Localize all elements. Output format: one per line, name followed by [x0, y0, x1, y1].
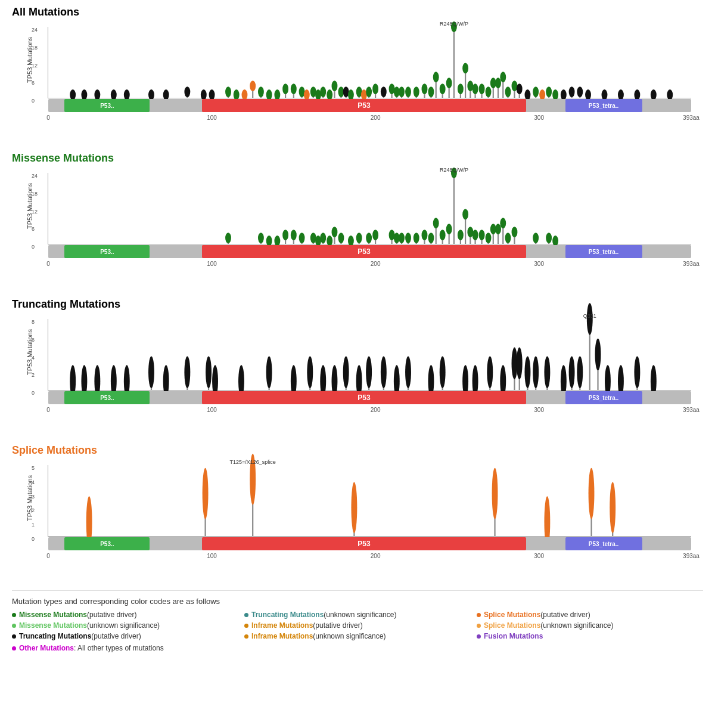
svg-point-207 [479, 230, 485, 240]
y-tick-label: 0 [32, 390, 35, 396]
legend-bold: Truncating Mutations [19, 632, 91, 640]
svg-point-197 [451, 168, 457, 178]
legend-bold: Inframe Mutations [251, 632, 313, 640]
legend-other-label: Other Mutations [19, 644, 74, 652]
legend-normal: (unknown significance) [87, 621, 160, 630]
svg-point-107 [500, 72, 506, 82]
domain-p53-tetra: P53_tetra.. [565, 537, 642, 550]
svg-point-223 [546, 233, 552, 243]
legend-bold: Truncating Mutations [251, 611, 324, 619]
y-tick-label: 2 [32, 507, 35, 513]
legend-bullet [477, 613, 481, 617]
legend-bullet [12, 634, 16, 639]
x-tick-label: 393aa [683, 553, 700, 559]
svg-point-67 [381, 86, 387, 97]
y-tick-label: 0 [32, 98, 35, 104]
lollipop-svg-all-mutations [48, 27, 691, 98]
y-axis-label-missense-mutations: TP53 Mutations [15, 167, 45, 244]
legend-bold: Fusion Mutations [484, 632, 543, 640]
legend-item: Inframe Mutations (putative driver) [244, 621, 471, 630]
y-tick-label: 2 [32, 372, 35, 378]
domain-p53-tetra: P53_tetra.. [565, 391, 642, 404]
svg-point-93 [462, 63, 468, 73]
y-tick-label: 24 [32, 27, 38, 33]
svg-point-87 [446, 78, 452, 88]
svg-point-193 [440, 230, 446, 240]
domain-p53-main: P53 [202, 537, 526, 550]
svg-point-101 [486, 86, 492, 97]
svg-point-205 [472, 230, 478, 240]
y-tick-label: 4 [32, 355, 35, 361]
x-tick-label: 300 [534, 407, 544, 413]
svg-point-187 [422, 230, 428, 240]
svg-point-37 [291, 83, 297, 94]
legend-title: Mutation types and corresponding color c… [12, 597, 703, 606]
x-tick-label: 300 [534, 114, 544, 121]
x-tick-label: 200 [371, 261, 381, 267]
domain-p53-small: P53.. [64, 99, 150, 112]
legend-other-text: : All other types of mutations [74, 644, 164, 652]
svg-point-287 [525, 356, 531, 388]
svg-point-279 [487, 356, 493, 388]
svg-point-181 [399, 233, 405, 243]
x-tick-label: 300 [534, 261, 544, 267]
svg-point-105 [495, 78, 501, 88]
domain-p53-small: P53.. [64, 391, 150, 404]
legend-bold: Inframe Mutations [251, 621, 313, 630]
svg-point-79 [422, 83, 428, 94]
legend-bold: Missense Mutations [19, 611, 87, 619]
svg-point-29 [258, 86, 264, 97]
legend-item: Truncating Mutations (unknown significan… [244, 611, 471, 619]
svg-point-109 [505, 86, 511, 97]
x-tick-label: 100 [207, 407, 217, 413]
y-tick-label: 24 [32, 173, 38, 179]
legend-bullet [244, 634, 248, 639]
domain-p53-main: P53 [202, 99, 526, 112]
svg-point-299 [587, 303, 593, 335]
y-tick-label: 6 [32, 226, 35, 232]
svg-point-129 [577, 86, 583, 97]
svg-point-209 [486, 233, 492, 243]
y-tick-label: 18 [32, 45, 38, 51]
svg-point-307 [634, 356, 640, 388]
svg-point-237 [148, 356, 154, 388]
legend-item: Missense Mutations (unknown significance… [12, 621, 238, 630]
svg-point-171 [356, 233, 362, 243]
legend-bullet [12, 624, 16, 628]
svg-point-215 [500, 218, 506, 228]
svg-point-269 [405, 356, 411, 388]
svg-point-173 [366, 233, 372, 243]
legend-normal: (putative driver) [87, 611, 136, 619]
svg-point-253 [307, 356, 313, 388]
x-tick-label: 100 [207, 261, 217, 267]
svg-point-317 [351, 482, 357, 534]
chart-title-all-mutations: All Mutations [12, 6, 703, 18]
svg-point-85 [440, 83, 446, 94]
svg-point-21 [225, 86, 231, 97]
x-tick-label: 393aa [683, 407, 700, 413]
x-tick-label: 200 [371, 553, 381, 559]
y-tick-label: 6 [32, 80, 35, 86]
svg-point-89 [451, 21, 457, 32]
svg-point-127 [569, 86, 575, 97]
legend-grid: Missense Mutations (putative driver) Tru… [12, 611, 703, 640]
svg-point-315 [250, 454, 256, 505]
domain-bar-container: P53..P53P53_tetra.. [48, 537, 691, 550]
svg-point-153 [291, 230, 297, 240]
svg-point-201 [462, 209, 468, 219]
svg-point-167 [338, 233, 344, 243]
svg-point-47 [320, 86, 326, 97]
svg-point-217 [505, 233, 511, 243]
svg-point-145 [258, 233, 264, 243]
svg-point-313 [203, 468, 209, 519]
plot-area-truncating-mutations: 02468P53..P53P53_tetra..0100200300393aaQ… [48, 319, 691, 391]
domain-p53-small: P53.. [64, 245, 150, 258]
svg-point-65 [372, 83, 378, 94]
legend-bullet [477, 624, 481, 628]
legend-item: Splice Mutations (putative driver) [477, 611, 703, 619]
domain-p53-tetra: P53_tetra.. [565, 245, 642, 258]
chart-area-truncating-mutations: TP53 Mutations02468P53..P53P53_tetra..01… [48, 313, 691, 408]
chart-title-missense-mutations: Missense Mutations [12, 152, 703, 165]
x-tick-label: 100 [207, 553, 217, 559]
domain-bar-container: P53..P53P53_tetra.. [48, 245, 691, 258]
